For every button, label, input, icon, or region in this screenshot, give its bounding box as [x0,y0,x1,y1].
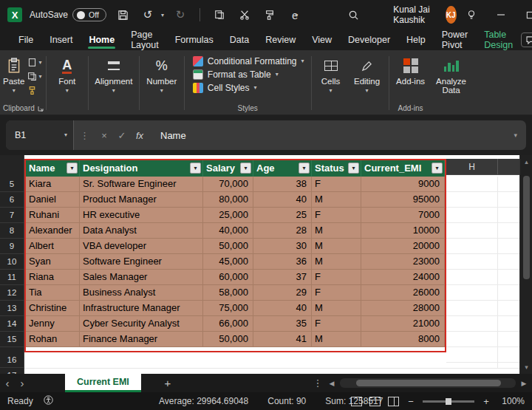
cells-group-button[interactable]: Cells ▾ [314,52,348,115]
insert-function-icon[interactable]: fx [131,130,149,141]
autosave-toggle[interactable]: AutoSave Off [30,8,106,21]
name-box[interactable]: B1 ▾ [6,120,74,150]
column-header-name[interactable]: Name▾ [26,160,80,177]
restore-button[interactable] [516,0,532,30]
cell-status[interactable]: F [312,177,361,192]
cell-salary[interactable]: 66,000 [203,316,253,332]
more-options-icon[interactable]: ⋮ [310,377,325,389]
undo-dropdown-icon[interactable]: ▾ [161,12,164,18]
row-header[interactable]: 7 [0,208,24,223]
filter-button[interactable]: ▾ [66,163,78,174]
row-header[interactable]: 17 [0,368,24,374]
format-painter-small-icon[interactable] [27,86,41,95]
row-header[interactable]: 12 [0,285,24,301]
formula-input[interactable]: Name [160,130,505,141]
cell-designation[interactable]: Product Manager [80,192,203,208]
formula-bar-handle[interactable]: ⋮ [74,130,95,141]
add-sheet-button[interactable]: + [160,377,175,389]
column-header-salary[interactable]: Salary▾ [203,160,253,177]
menu-tab-page-layout[interactable]: Page Layout [123,30,167,50]
column-header-designation[interactable]: Designation▾ [80,160,203,177]
menu-tab-help[interactable]: Help [398,30,434,50]
cell-status[interactable]: F [312,270,361,285]
empty-cells-area[interactable] [446,177,520,368]
font-group-button[interactable]: A Font ▾ [49,52,86,115]
page-break-view-icon[interactable] [388,397,399,406]
cell-salary[interactable]: 50,000 [203,332,253,347]
row-header[interactable]: 6 [0,192,24,208]
cell-name[interactable]: Alexander [26,223,80,239]
cell-age[interactable]: 41 [253,332,312,347]
cell-salary[interactable]: 50,000 [203,239,253,254]
cell-age[interactable]: 28 [253,223,312,239]
column-header-status[interactable]: Status▾ [312,160,361,177]
cell-designation[interactable]: VBA developer [80,239,203,254]
zoom-in-button[interactable]: + [482,396,491,407]
cell-salary[interactable]: 80,000 [203,192,253,208]
cell-age[interactable]: 29 [253,285,312,301]
menu-tab-data[interactable]: Data [222,30,257,50]
cell-name[interactable]: Christine [26,301,80,316]
filter-button[interactable]: ▾ [240,163,251,174]
row-header[interactable]: 13 [0,301,24,316]
sheet-nav-right-icon[interactable]: › [15,377,30,389]
cell-status[interactable]: M [312,239,361,254]
user-name[interactable]: Kunal Jai Kaushik [393,4,437,25]
cell-emi[interactable]: 23000 [361,254,445,270]
zoom-level[interactable]: 100% [498,396,525,406]
cell-name[interactable]: Albert [26,239,80,254]
vertical-scroll-thumb[interactable] [523,176,530,279]
cell-name[interactable]: Kiara [26,177,80,192]
row-header[interactable]: 5 [0,177,24,192]
menu-tab-view[interactable]: View [304,30,340,50]
cell-status[interactable]: M [312,301,361,316]
ribbon-button-conditional-formatting[interactable]: Conditional Formatting▾ [193,56,304,66]
cell-designation[interactable]: Finance Manager [80,332,203,347]
cell-age[interactable]: 40 [253,301,312,316]
menu-tab-home[interactable]: Home [81,30,123,50]
cell-emi[interactable]: 20000 [361,239,445,254]
cell-name[interactable]: Syan [26,254,80,270]
vertical-scrollbar[interactable]: ▴ ▾ [519,155,532,374]
minimize-button[interactable] [486,0,516,30]
cell-status[interactable]: F [312,316,361,332]
cut-icon[interactable] [236,6,253,24]
cancel-icon[interactable]: × [95,130,113,141]
zoom-out-button[interactable]: − [406,396,415,407]
cell-designation[interactable]: Sr. Software Engineer [80,177,203,192]
cell-name[interactable]: Jenny [26,316,80,332]
paste-options-icon[interactable]: ▾ [27,58,41,67]
cell-designation[interactable]: Software Engineer [80,254,203,270]
scroll-right-icon[interactable]: ▶ [517,380,531,387]
cell-emi[interactable]: 28000 [361,301,445,316]
format-painter-icon[interactable] [261,6,279,24]
cell-age[interactable]: 38 [253,177,312,192]
cell-name[interactable]: Daniel [26,192,80,208]
paste-button[interactable]: Paste ▾ [3,52,24,94]
column-header-h[interactable]: H [446,159,498,174]
menu-tab-table-design[interactable]: Table Design [476,30,521,50]
cell-age[interactable]: 30 [253,239,312,254]
cell-status[interactable]: M [312,254,361,270]
row-header[interactable]: 10 [0,254,24,270]
cell-emi[interactable]: 95000 [361,192,445,208]
cell-status[interactable]: M [312,332,361,347]
cell-designation[interactable]: Infrastructure Manager [80,301,203,316]
cell-name[interactable]: Ruhani [26,208,80,223]
cell-status[interactable]: M [312,192,361,208]
filter-button[interactable]: ▾ [432,163,443,174]
search-icon[interactable] [348,6,359,24]
scroll-left-icon[interactable]: ◀ [325,380,338,387]
avatar[interactable]: KJ [446,6,457,24]
cell-emi[interactable]: 26000 [361,285,445,301]
analyze-data-button[interactable]: Analyze Data [430,52,473,115]
quick-access-overflow[interactable]: e ▾ [286,6,304,24]
cell-emi[interactable]: 9000 [361,177,445,192]
column-header-age[interactable]: Age▾ [253,160,312,177]
lightbulb-icon[interactable] [457,0,486,30]
cell-age[interactable]: 35 [253,316,312,332]
addins-button[interactable]: Add-ins [392,52,430,86]
menu-tab-review[interactable]: Review [257,30,304,50]
cell-designation[interactable]: Sales Manager [80,270,203,285]
column-header-current_emi[interactable]: Current_EMI▾ [361,160,445,177]
